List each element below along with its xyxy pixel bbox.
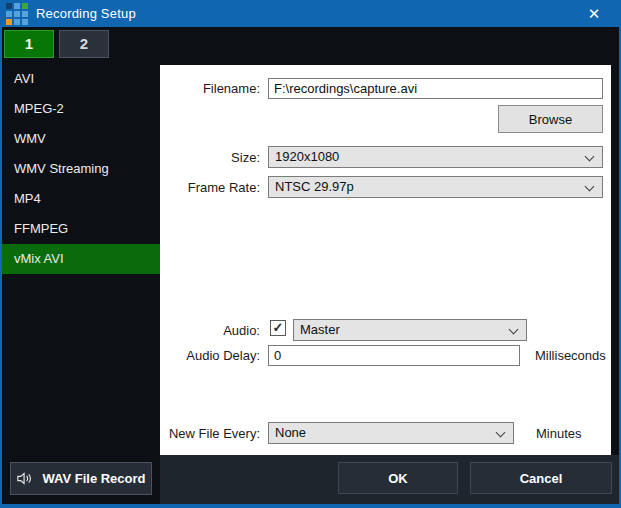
dialog-footer: OK Cancel bbox=[160, 455, 619, 504]
new-file-every-label: New File Every: bbox=[160, 426, 260, 441]
cancel-button[interactable]: Cancel bbox=[470, 462, 612, 494]
wav-file-record-label: WAV File Record bbox=[42, 471, 145, 486]
size-select[interactable]: 1920x1080 bbox=[268, 146, 603, 168]
titlebar: Recording Setup ✕ bbox=[0, 0, 621, 27]
recording-setup-dialog: Recording Setup ✕ 1 2 AVI MPEG-2 WMV WMV… bbox=[0, 0, 621, 508]
audio-source-value: Master bbox=[300, 322, 340, 337]
filename-input[interactable] bbox=[268, 78, 603, 99]
audio-label: Audio: bbox=[160, 323, 260, 338]
close-icon[interactable]: ✕ bbox=[579, 0, 609, 27]
frame-rate-label: Frame Rate: bbox=[160, 180, 260, 195]
milliseconds-label: Milliseconds bbox=[535, 348, 606, 363]
sidebar-item-ffmpeg[interactable]: FFMPEG bbox=[2, 214, 160, 244]
sidebar-item-avi[interactable]: AVI bbox=[2, 64, 160, 94]
chevron-down-icon bbox=[585, 152, 595, 162]
audio-checkbox[interactable]: ✓ bbox=[270, 320, 286, 336]
dialog-content: 1 2 AVI MPEG-2 WMV WMV Streaming MP4 FFM… bbox=[2, 27, 619, 504]
browse-button[interactable]: Browse bbox=[498, 105, 603, 133]
tab-1[interactable]: 1 bbox=[4, 30, 54, 58]
settings-panel: Filename: Browse Size: 1920x1080 Frame R… bbox=[160, 65, 611, 455]
chevron-down-icon bbox=[496, 428, 506, 438]
sidebar-item-wmv-streaming[interactable]: WMV Streaming bbox=[2, 154, 160, 184]
sidebar-item-mpeg2[interactable]: MPEG-2 bbox=[2, 94, 160, 124]
format-list: AVI MPEG-2 WMV WMV Streaming MP4 FFMPEG … bbox=[2, 64, 160, 274]
page-tabs: 1 2 bbox=[4, 30, 109, 58]
new-file-every-select[interactable]: None bbox=[268, 422, 514, 444]
chevron-down-icon bbox=[509, 325, 519, 335]
minutes-label: Minutes bbox=[536, 426, 582, 441]
speaker-icon bbox=[16, 471, 33, 486]
window-title: Recording Setup bbox=[36, 6, 136, 21]
sidebar-item-wmv[interactable]: WMV bbox=[2, 124, 160, 154]
audio-source-select[interactable]: Master bbox=[293, 319, 527, 341]
wav-file-record-button[interactable]: WAV File Record bbox=[10, 462, 152, 495]
audio-delay-input[interactable] bbox=[268, 345, 520, 366]
ok-button[interactable]: OK bbox=[338, 462, 458, 494]
chevron-down-icon bbox=[585, 182, 595, 192]
vmix-logo-icon bbox=[6, 3, 28, 25]
sidebar-item-vmix-avi[interactable]: vMix AVI bbox=[2, 244, 160, 274]
frame-rate-value: NTSC 29.97p bbox=[275, 179, 354, 194]
filename-label: Filename: bbox=[160, 81, 260, 96]
sidebar-item-mp4[interactable]: MP4 bbox=[2, 184, 160, 214]
tab-2[interactable]: 2 bbox=[59, 30, 109, 58]
size-value: 1920x1080 bbox=[275, 149, 339, 164]
frame-rate-select[interactable]: NTSC 29.97p bbox=[268, 176, 603, 198]
size-label: Size: bbox=[160, 150, 260, 165]
audio-delay-label: Audio Delay: bbox=[160, 348, 260, 363]
new-file-every-value: None bbox=[275, 425, 306, 440]
